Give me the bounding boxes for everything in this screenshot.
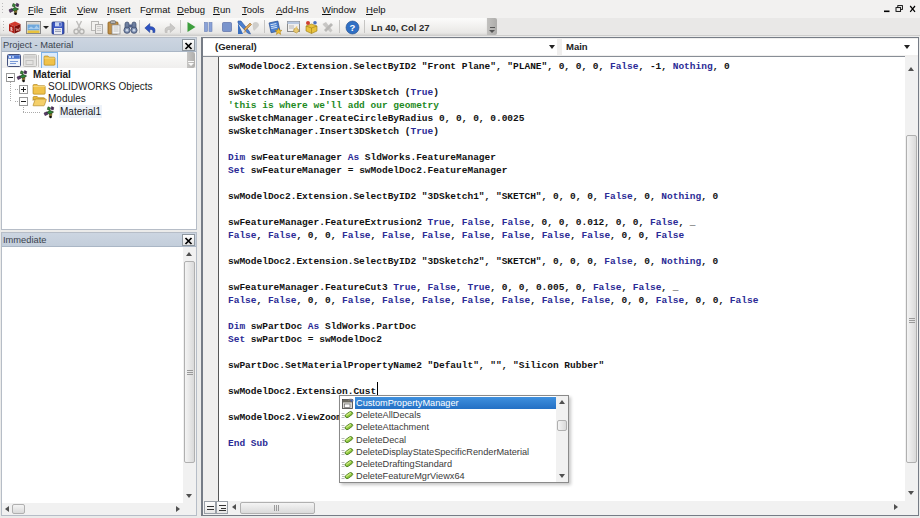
svg-text:?: ? (350, 22, 356, 33)
